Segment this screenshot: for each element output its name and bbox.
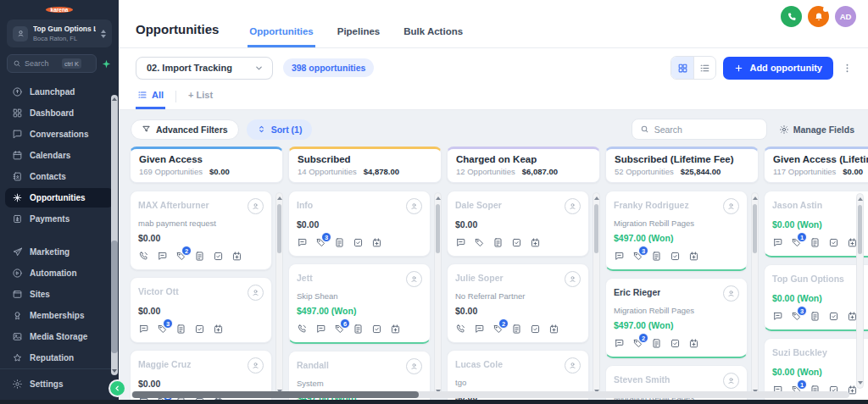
tab-pipelines[interactable]: Pipelines (336, 20, 382, 47)
manage-fields-button[interactable]: Manage Fields (779, 125, 854, 135)
notes-icon[interactable] (334, 237, 345, 248)
assign-contact-avatar-icon[interactable] (406, 358, 422, 374)
horizontal-scrollbar[interactable] (131, 391, 849, 398)
notes-icon[interactable] (175, 324, 186, 335)
sidebar-item-media-storage[interactable]: Media Storage (5, 327, 114, 346)
tags-icon[interactable]: 6 (334, 324, 345, 335)
sidebar-item-calendars[interactable]: Calendars (5, 146, 114, 165)
tags-icon[interactable]: 1 (791, 237, 802, 248)
column-header[interactable]: Given Access169 Opportunities$0.00 (130, 147, 283, 183)
assign-contact-avatar-icon[interactable] (723, 198, 739, 214)
opportunity-card[interactable]: Top Gun Options$0.00 (Won)3 (764, 264, 868, 331)
tasks-icon[interactable] (194, 324, 205, 335)
notes-icon[interactable] (651, 251, 662, 262)
appointment-icon[interactable] (213, 324, 224, 335)
opportunity-card[interactable]: Info$0.003 (288, 191, 431, 257)
tasks-icon[interactable] (213, 251, 224, 262)
tasks-icon[interactable] (828, 237, 839, 248)
add-list-view-button[interactable]: + List (186, 90, 214, 109)
sidebar-item-dashboard[interactable]: Dashboard (5, 103, 114, 123)
sidebar-item-automation[interactable]: Automation (5, 263, 114, 283)
phone-button[interactable] (781, 6, 802, 27)
opportunity-card[interactable]: MAX Afterburnermab payment request$0.002 (130, 191, 272, 270)
view-tab-all[interactable]: All (136, 90, 165, 109)
notifications-button[interactable] (808, 6, 829, 27)
tasks-icon[interactable] (828, 311, 839, 322)
column-scrollbar[interactable] (751, 192, 759, 397)
sidebar-item-memberships[interactable]: Memberships (5, 306, 114, 325)
tags-icon[interactable]: 3 (632, 251, 643, 262)
tasks-icon[interactable] (670, 338, 681, 349)
assign-contact-avatar-icon[interactable] (565, 198, 581, 214)
appointment-icon[interactable] (371, 237, 382, 248)
message-icon[interactable] (772, 311, 783, 322)
sidebar-item-conversations[interactable]: Conversations (5, 125, 114, 144)
message-icon[interactable] (614, 251, 625, 262)
assign-contact-avatar-icon[interactable] (406, 271, 422, 287)
sidebar-scrollbar-thumb[interactable] (111, 241, 118, 352)
more-options-button[interactable] (840, 61, 854, 75)
assign-contact-avatar-icon[interactable] (723, 373, 739, 389)
opportunity-card[interactable]: Victor Ott$0.003 (130, 277, 272, 343)
tags-icon[interactable]: 3 (157, 324, 168, 335)
add-opportunity-button[interactable]: Add opportunity (723, 57, 833, 80)
board-search-input[interactable] (654, 125, 739, 135)
tasks-icon[interactable] (371, 324, 382, 335)
agency-logo[interactable]: karena (46, 7, 73, 13)
opportunity-card[interactable]: Jason Astin$0.00 (Won)1 (764, 191, 868, 257)
tags-icon[interactable]: 2 (175, 251, 186, 262)
sidebar-item-payments[interactable]: Payments (5, 209, 114, 229)
assign-contact-avatar-icon[interactable] (565, 357, 581, 374)
collapse-sidebar-button[interactable] (108, 379, 126, 397)
tags-icon[interactable] (474, 237, 485, 248)
message-icon[interactable] (297, 237, 308, 248)
opportunity-card[interactable]: JettSkip Shean$497.00 (Won)6 (288, 263, 431, 344)
message-icon[interactable] (474, 324, 485, 335)
tags-icon[interactable]: 2 (632, 338, 643, 349)
sidebar-search[interactable]: ctrl K (7, 54, 97, 73)
opportunity-card[interactable]: Steven SmithMigration Rebill Pages$497.0… (605, 365, 748, 404)
sidebar-item-sites[interactable]: Sites (5, 285, 114, 304)
assign-contact-avatar-icon[interactable] (565, 271, 581, 287)
assign-contact-avatar-icon[interactable] (248, 357, 264, 374)
tasks-icon[interactable] (530, 324, 541, 335)
assign-contact-avatar-icon[interactable] (248, 198, 264, 214)
notes-icon[interactable] (810, 237, 821, 248)
notes-icon[interactable] (651, 338, 662, 349)
appointment-icon[interactable] (231, 251, 242, 262)
grid-view-button[interactable] (671, 57, 693, 79)
column-scrollbar[interactable] (593, 192, 600, 397)
sidebar-item-marketing[interactable]: Marketing (5, 242, 114, 262)
sidebar-item-opportunities[interactable]: Opportunities (5, 188, 114, 208)
message-icon[interactable] (455, 237, 466, 248)
call-icon[interactable] (455, 324, 466, 335)
pipeline-select[interactable]: 02. Import Tracking (136, 57, 273, 80)
tags-icon[interactable]: 3 (315, 237, 326, 248)
user-avatar[interactable]: AD (835, 6, 856, 27)
tasks-icon[interactable] (353, 237, 364, 248)
appointment-icon[interactable] (390, 324, 401, 335)
tab-opportunities[interactable]: Opportunities (248, 20, 314, 47)
notes-icon[interactable] (810, 311, 821, 322)
tasks-icon[interactable] (670, 251, 681, 262)
column-header[interactable]: Charged on Keap12 Opportunities$6,087.00 (447, 147, 600, 183)
assign-contact-avatar-icon[interactable] (723, 285, 739, 302)
opportunity-card[interactable]: Dale Soper$0.00 (447, 191, 589, 257)
tags-icon[interactable]: 2 (492, 324, 504, 335)
opportunity-card[interactable]: Eric RiegerMigration Rebill Pages$497.00… (605, 278, 748, 358)
board-search[interactable] (632, 119, 767, 140)
sidebar-item-launchpad[interactable]: Launchpad (5, 82, 114, 102)
assign-contact-avatar-icon[interactable] (406, 198, 422, 214)
column-header[interactable]: Given Access (Lifetime Fee)117 Opportuni… (764, 147, 868, 183)
appointment-icon[interactable] (688, 251, 699, 262)
notes-icon[interactable] (492, 237, 504, 248)
sidebar-search-input[interactable] (25, 59, 58, 68)
notes-icon[interactable] (353, 324, 364, 335)
column-header[interactable]: Subscribed (Lifetime Fee)52 Opportunitie… (605, 147, 759, 183)
advanced-filters-button[interactable]: Advanced Filters (131, 119, 239, 140)
account-switcher[interactable]: Top Gun Options LLC Boca Raton, FL (7, 19, 112, 47)
horizontal-scrollbar-thumb[interactable] (132, 391, 419, 398)
list-view-button[interactable] (693, 57, 715, 79)
column-scrollbar[interactable] (434, 192, 442, 397)
sidebar-item-settings[interactable]: Settings (5, 374, 114, 394)
